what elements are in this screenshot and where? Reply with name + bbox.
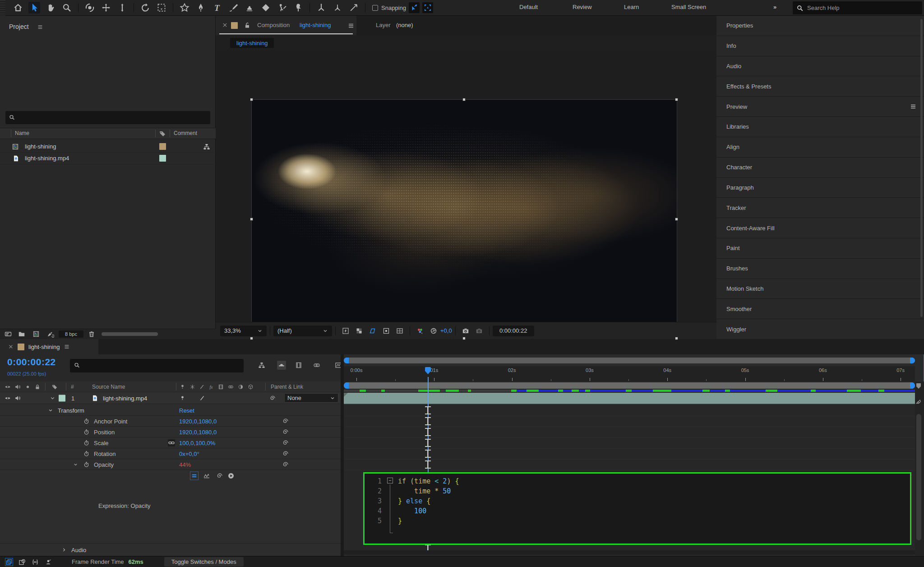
timeline-search[interactable] [70,359,244,372]
eraser-tool[interactable] [260,2,272,14]
horizontal-scrollbar[interactable] [344,550,915,554]
new-folder-button[interactable] [18,330,25,338]
layer-quality-switch[interactable] [199,395,205,401]
snapping-checkbox[interactable] [372,5,378,11]
expression-language-menu-icon[interactable] [227,472,235,479]
help-search[interactable] [793,1,922,14]
clone-stamp-tool[interactable] [244,2,255,14]
layer-row[interactable]: 1 light-shining.mp4 None [0,392,341,404]
code-line[interactable]: 3} else { [365,496,910,506]
expand-transfer-controls-button[interactable] [18,558,26,566]
layer-shy-switch[interactable] [180,395,185,401]
comp-marker-bin-icon[interactable] [915,382,922,390]
property-value[interactable]: 100,0,100,0% [179,439,215,446]
work-area-start-handle[interactable] [344,382,349,389]
project-settings-button[interactable] [47,330,54,338]
grid-guides-button[interactable] [395,326,405,336]
mini-flowchart-button[interactable] [257,361,266,370]
pick-whip-icon[interactable] [282,461,289,468]
comp-button-icon[interactable] [915,398,922,405]
layer-tab-value[interactable]: (none) [396,22,413,28]
property-row-scale[interactable]: Scale100,0,100,0% [0,437,341,448]
layer-name[interactable]: light-shining.mp4 [103,395,147,401]
pick-whip-icon[interactable] [282,439,289,446]
parent-pick-whip-icon[interactable] [269,395,276,401]
navigator-end-handle[interactable] [910,358,915,363]
view-axis-mode-button[interactable] [348,2,360,14]
snap-to-edges-button[interactable] [409,2,420,13]
composition-viewport[interactable] [216,51,716,322]
pick-whip-icon[interactable] [282,418,289,425]
preview-time-display[interactable]: 0:00:00:22 [493,325,534,336]
frame-blending-button[interactable] [294,361,303,370]
reset-button[interactable]: Reset [179,407,194,414]
stopwatch-icon[interactable] [83,418,90,424]
panel-tab-tracker[interactable]: Tracker [716,198,924,218]
interpret-footage-button[interactable] [5,330,12,338]
panel-tab-smoother[interactable]: Smoother [716,299,924,319]
workspace-tab-small-screen[interactable]: Small Screen [671,4,706,10]
panel-tab-motion-sketch[interactable]: Motion Sketch [716,279,924,299]
label-column-icon[interactable] [159,130,166,137]
workspace-tab-learn[interactable]: Learn [624,4,639,10]
layer-expander[interactable] [50,395,55,401]
panel-tab-paint[interactable]: Paint [716,238,924,258]
selection-handle[interactable] [675,98,678,101]
panel-grip[interactable] [0,0,5,16]
bit-depth-button[interactable]: 8 bpc [59,330,83,338]
panel-tab-content-aware-fill[interactable]: Content-Aware Fill [716,218,924,238]
stopwatch-icon[interactable] [83,450,90,457]
pane-splitter[interactable] [341,354,344,556]
brush-tool[interactable] [227,2,239,14]
pick-whip-icon[interactable] [282,428,289,436]
property-value[interactable]: 1920,0,1080,0 [179,418,217,424]
panel-tab-effects-presets[interactable]: Effects & Presets [716,76,924,96]
layer-tab[interactable]: Layer [376,22,391,28]
delete-item-button[interactable] [88,330,95,338]
selection-handle[interactable] [250,98,253,101]
selection-handle[interactable] [250,337,253,340]
comp-color-swatch[interactable] [231,22,238,29]
source-name-column-header[interactable]: Source Name [92,384,125,390]
horizontal-scrollbar[interactable] [102,332,158,336]
panel-tab-brushes[interactable]: Brushes [716,259,924,279]
comp-breadcrumb-chip[interactable]: light-shining [230,38,274,48]
group-expander[interactable] [61,547,67,553]
selection-handle[interactable] [675,218,678,221]
code-line[interactable]: 5} [365,516,910,526]
transparency-grid-button[interactable] [354,326,364,336]
layer-color-swatch[interactable] [59,395,65,401]
world-axis-mode-button[interactable] [332,2,343,14]
timeline-tab[interactable]: light-shining [0,339,98,354]
selection-handle[interactable] [462,98,466,101]
project-search-input[interactable] [18,114,207,121]
motion-blur-button[interactable] [312,361,321,370]
region-of-interest-button[interactable] [381,326,391,336]
enable-expression-button[interactable] [190,472,198,480]
parent-dropdown[interactable]: None [284,393,338,403]
expand-render-time-button[interactable] [45,558,52,566]
exposure-value[interactable]: +0,0 [440,327,452,334]
selection-handle[interactable] [462,337,466,340]
local-axis-mode-button[interactable] [315,2,327,14]
property-value[interactable]: 0x+0,0° [179,450,199,457]
number-column-header[interactable]: # [71,384,74,390]
pick-whip-icon[interactable] [282,450,289,457]
orbit-camera-tool[interactable] [84,2,96,14]
property-row-position[interactable]: Position1920,0,1080,0 [0,427,341,437]
close-icon[interactable] [8,344,14,349]
fast-previews-button[interactable] [341,326,351,336]
magnification-dropdown[interactable]: 33,3% [220,325,267,336]
panel-tab-info[interactable]: Info [716,36,924,56]
panel-tab-paragraph[interactable]: Paragraph [716,178,924,198]
column-name[interactable]: Name [15,130,29,136]
dolly-camera-tool[interactable] [116,2,128,14]
layer-audio-toggle[interactable] [14,395,21,401]
exposure-reset-button[interactable] [429,326,439,336]
property-row-anchor-point[interactable]: Anchor Point1920,0,1080,0 [0,416,341,427]
used-in-comp-icon[interactable] [203,143,210,150]
selection-handle[interactable] [250,218,253,221]
show-snapshot-button[interactable] [474,326,484,336]
camera-tool[interactable] [156,2,167,14]
hide-shy-layers-button[interactable] [277,361,286,370]
